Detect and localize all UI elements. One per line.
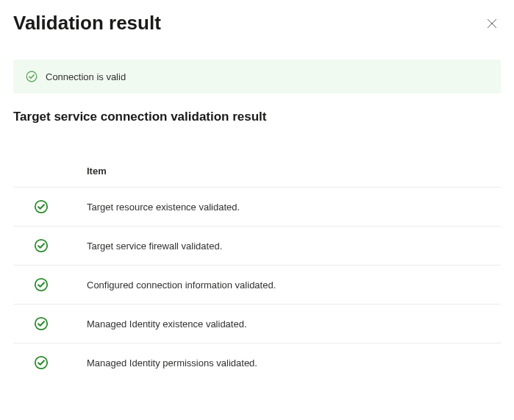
close-button[interactable]: [483, 15, 501, 32]
table-row: Configured connection information valida…: [13, 266, 501, 305]
table-header-row: Item: [13, 158, 501, 188]
success-icon: [25, 70, 38, 83]
table-row: Target service firewall validated.: [13, 227, 501, 266]
row-status-icon-cell: [13, 316, 87, 331]
page-title: Validation result: [13, 12, 161, 35]
row-item-text: Target resource existence validated.: [87, 202, 501, 213]
row-item-text: Managed Identity existence validated.: [87, 318, 501, 330]
section-title: Target service connection validation res…: [13, 110, 501, 124]
table-row: Managed Identity permissions validated.: [13, 344, 501, 382]
check-circle-icon: [34, 277, 49, 292]
table-header-icon-col: [13, 165, 87, 177]
check-circle-icon: [34, 316, 49, 331]
row-item-text: Managed Identity permissions validated.: [87, 357, 501, 369]
row-item-text: Target service firewall validated.: [87, 241, 501, 252]
status-text: Connection is valid: [46, 71, 126, 82]
svg-point-2: [26, 71, 37, 82]
table-row: Managed Identity existence validated.: [13, 305, 501, 344]
row-status-icon-cell: [13, 277, 87, 292]
check-circle-icon: [34, 238, 49, 253]
status-banner: Connection is valid: [13, 60, 501, 93]
close-icon: [487, 18, 497, 29]
check-circle-icon: [34, 355, 49, 370]
row-status-icon-cell: [13, 199, 87, 214]
panel-header: Validation result: [13, 12, 501, 35]
table-header-item: Item: [87, 165, 501, 177]
check-circle-icon: [34, 199, 49, 214]
row-item-text: Configured connection information valida…: [87, 280, 501, 291]
table-row: Target resource existence validated.: [13, 188, 501, 227]
validation-table: Item Target resource existence validated…: [13, 158, 501, 382]
row-status-icon-cell: [13, 355, 87, 370]
row-status-icon-cell: [13, 238, 87, 253]
